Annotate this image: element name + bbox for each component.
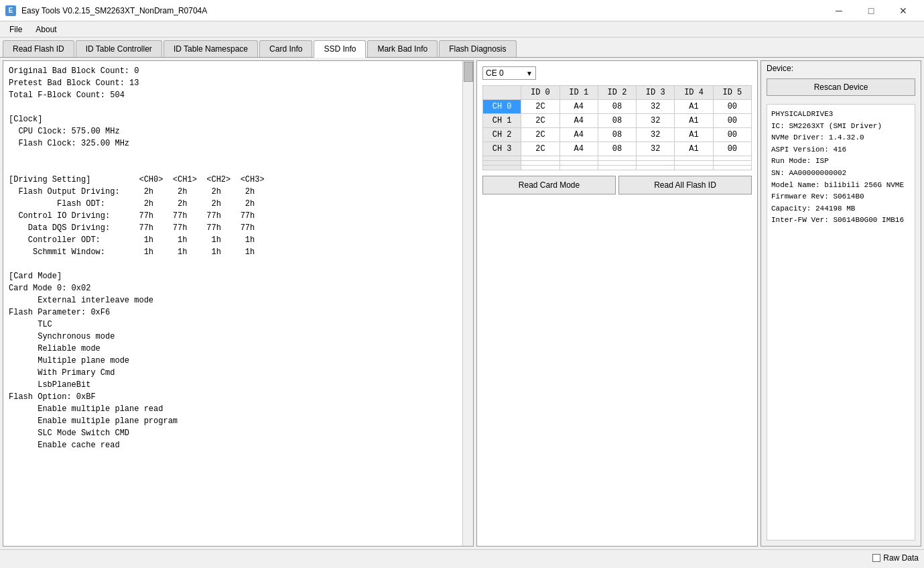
- table-row: CH 32CA40832A100: [483, 142, 752, 156]
- status-bar: Raw Data: [0, 549, 924, 565]
- table-cell-value: [637, 166, 675, 170]
- table-header-id1: ID 1: [559, 86, 598, 100]
- table-cell-ch: CH 0: [483, 100, 521, 114]
- table-cell-value: 32: [637, 100, 675, 114]
- title-bar-controls: ─ □ ✕: [823, 0, 919, 21]
- device-info-line: Capacity: 244198 MB: [771, 203, 911, 215]
- table-row: [483, 156, 752, 161]
- table-row: [483, 161, 752, 166]
- flash-id-table: ID 0 ID 1 ID 2 ID 3 ID 4 ID 5 CH 02CA408…: [482, 85, 752, 170]
- table-cell-value: 2C: [521, 114, 559, 128]
- table-header-id3: ID 3: [637, 86, 675, 100]
- table-cell-value: [675, 161, 713, 166]
- title-bar: E Easy Tools V0.2.15_SM2263XT_NonDram_R0…: [0, 0, 924, 21]
- table-cell-value: 32: [637, 128, 675, 142]
- table-cell-value: A1: [675, 100, 713, 114]
- table-cell-value: 00: [713, 114, 751, 128]
- right-panel: CE 0 ▼ ID 0 ID 1 ID 2 ID 3 ID 4 ID 5: [476, 60, 758, 547]
- window-title: Easy Tools V0.2.15_SM2263XT_NonDram_R070…: [21, 6, 207, 15]
- device-info: PHYSICALDRIVE3IC: SM2263XT (SMI Driver)N…: [767, 104, 915, 541]
- table-header-ch: [483, 86, 521, 100]
- close-button[interactable]: ✕: [888, 0, 919, 21]
- scrollbar-track[interactable]: [462, 61, 473, 546]
- chevron-down-icon: ▼: [526, 70, 533, 77]
- table-cell-value: A1: [675, 142, 713, 156]
- table-cell-value: 2C: [521, 142, 559, 156]
- table-cell-value: 08: [598, 128, 636, 142]
- device-info-line: NVMe Driver: 1.4.32.0: [771, 132, 911, 144]
- maximize-button[interactable]: □: [856, 0, 886, 21]
- device-info-line: IC: SM2263XT (SMI Driver): [771, 121, 911, 133]
- table-cell-ch: CH 2: [483, 128, 521, 142]
- tab-ssd-info[interactable]: SSD Info: [314, 40, 366, 58]
- table-cell-value: 08: [598, 114, 636, 128]
- device-info-line: Model Name: bilibili 256G NVME: [771, 180, 911, 192]
- menu-about[interactable]: About: [29, 23, 63, 36]
- table-header-id0: ID 0: [521, 86, 559, 100]
- table-cell-value: [637, 161, 675, 166]
- table-cell-value: A1: [675, 114, 713, 128]
- raw-data-checkbox[interactable]: [872, 554, 880, 562]
- tab-id-table-controller[interactable]: ID Table Controller: [76, 40, 162, 57]
- table-cell-ch: [483, 166, 521, 170]
- table-cell-ch: [483, 161, 521, 166]
- table-cell-value: [521, 161, 559, 166]
- main-text-content: Original Bad Block Count: 0 Pretest Bad …: [3, 61, 473, 546]
- left-panel: Original Bad Block Count: 0 Pretest Bad …: [3, 60, 474, 547]
- table-cell-value: [713, 156, 751, 161]
- ce-dropdown[interactable]: CE 0 ▼: [482, 66, 536, 80]
- device-info-line: Inter-FW Ver: S0614B0G00 IMB16: [771, 215, 911, 227]
- read-all-flash-id-button[interactable]: Read All Flash ID: [618, 176, 752, 194]
- raw-data-checkbox-group[interactable]: Raw Data: [872, 553, 919, 563]
- table-cell-value: 2C: [521, 100, 559, 114]
- tab-read-flash-id[interactable]: Read Flash ID: [3, 40, 74, 57]
- table-row: [483, 166, 752, 170]
- table-cell-ch: [483, 156, 521, 161]
- device-info-line: Firmware Rev: S0614B0: [771, 191, 911, 203]
- table-row: CH 02CA40832A100: [483, 100, 752, 114]
- device-info-line: SN: AA00000000002: [771, 168, 911, 180]
- rescan-device-button[interactable]: Rescan Device: [767, 78, 915, 96]
- table-cell-value: 00: [713, 142, 751, 156]
- tab-card-info[interactable]: Card Info: [259, 40, 312, 57]
- table-cell-value: [559, 166, 598, 170]
- raw-data-label: Raw Data: [883, 553, 919, 563]
- table-cell-value: A4: [559, 142, 598, 156]
- ce-selector: CE 0 ▼: [482, 66, 752, 80]
- device-label: Device:: [761, 61, 921, 76]
- table-cell-value: [598, 166, 636, 170]
- table-cell-value: [675, 156, 713, 161]
- tab-id-table-namespace[interactable]: ID Table Namespace: [163, 40, 258, 57]
- device-section: Device: Rescan Device PHYSICALDRIVE3IC: …: [761, 60, 921, 547]
- flash-id-section: CE 0 ▼ ID 0 ID 1 ID 2 ID 3 ID 4 ID 5: [476, 60, 758, 547]
- table-header-id2: ID 2: [598, 86, 636, 100]
- table-cell-value: [713, 166, 751, 170]
- ce-value: CE 0: [486, 68, 504, 78]
- table-cell-value: [521, 166, 559, 170]
- table-cell-value: [521, 156, 559, 161]
- menu-file[interactable]: File: [3, 23, 29, 36]
- table-cell-value: 00: [713, 128, 751, 142]
- menu-bar: File About: [0, 21, 924, 38]
- minimize-button[interactable]: ─: [823, 0, 854, 21]
- table-cell-value: A4: [559, 114, 598, 128]
- table-cell-value: [559, 156, 598, 161]
- table-cell-value: [675, 166, 713, 170]
- read-card-mode-button[interactable]: Read Card Mode: [482, 176, 616, 194]
- table-header-id5: ID 5: [713, 86, 751, 100]
- tabs-bar: Read Flash ID ID Table Controller ID Tab…: [0, 38, 924, 58]
- title-bar-left: E Easy Tools V0.2.15_SM2263XT_NonDram_R0…: [5, 5, 207, 16]
- main-content: Original Bad Block Count: 0 Pretest Bad …: [0, 58, 924, 549]
- table-cell-value: [713, 161, 751, 166]
- tab-mark-bad-info[interactable]: Mark Bad Info: [367, 40, 438, 57]
- table-cell-value: A4: [559, 100, 598, 114]
- table-cell-value: [598, 156, 636, 161]
- table-header-id4: ID 4: [675, 86, 713, 100]
- scrollbar-thumb[interactable]: [464, 62, 473, 82]
- table-cell-value: [559, 161, 598, 166]
- table-cell-value: [598, 161, 636, 166]
- tab-flash-diagnosis[interactable]: Flash Diagnosis: [439, 40, 516, 57]
- device-info-line: ASPI Version: 416: [771, 144, 911, 156]
- table-cell-value: 00: [713, 100, 751, 114]
- table-row: CH 12CA40832A100: [483, 114, 752, 128]
